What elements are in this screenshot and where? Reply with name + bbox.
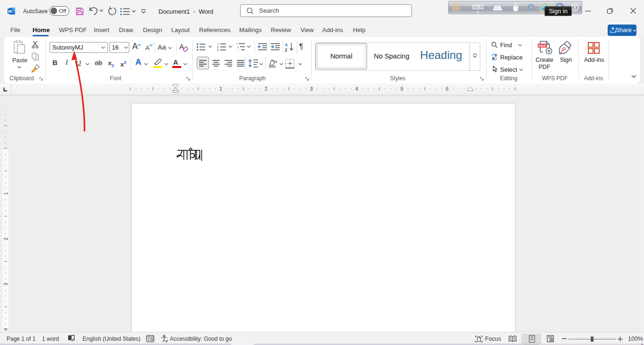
svg-text:2: 2 (265, 86, 268, 92)
svg-text:3: 3 (3, 283, 8, 286)
svg-text:5: 5 (401, 86, 403, 92)
svg-text:W: W (8, 8, 12, 14)
svg-text:1: 1 (219, 86, 222, 92)
svg-text:6: 6 (446, 86, 449, 92)
svg-text:1: 1 (3, 192, 8, 195)
svg-text:3: 3 (310, 86, 313, 92)
svg-text:4: 4 (355, 86, 358, 92)
svg-text:2: 2 (3, 237, 8, 240)
svg-text:4: 4 (3, 328, 8, 331)
